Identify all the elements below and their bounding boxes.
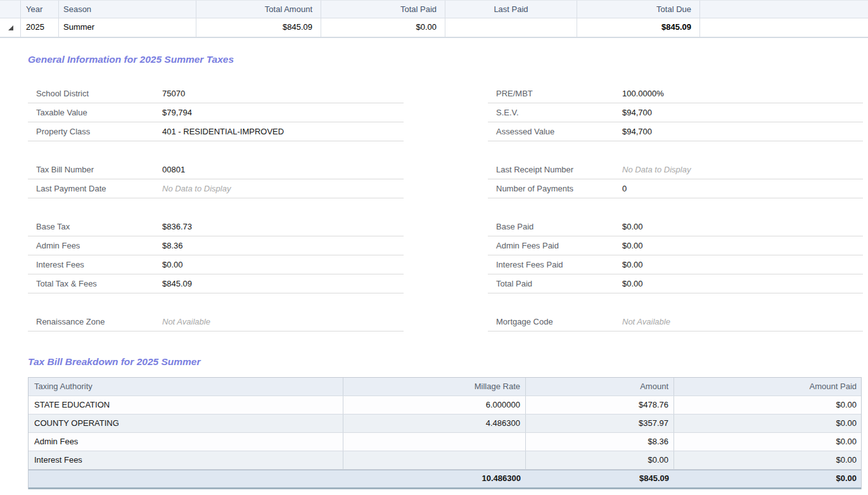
info-group-paid-amounts: Base Paid $0.00 Admin Fees Paid $0.00 In…: [488, 217, 863, 293]
breakdown-row-admin-fees: Admin Fees $8.36 $0.00: [29, 433, 861, 451]
summary-grid-header-row: Year Season Total Amount Total Paid Last…: [0, 1, 868, 18]
breakdown-table: Taxing Authority Millage Rate Amount Amo…: [28, 377, 862, 489]
cell-amount-paid: $0.00: [674, 451, 861, 469]
summary-cell-total-paid: $0.00: [321, 18, 445, 37]
info-value: $0.00: [622, 236, 643, 255]
cell-total-millage-rate: 10.486300: [343, 470, 526, 487]
general-info-title: General Information for 2025 Summer Taxe…: [28, 54, 868, 65]
info-value: 75070: [162, 84, 185, 103]
info-label: Admin Fees: [36, 236, 162, 255]
cell-taxing-authority: STATE EDUCATION: [29, 396, 343, 414]
info-label: School District: [36, 84, 162, 103]
summary-cell-last-paid: [445, 18, 577, 37]
info-value: Not Available: [622, 312, 670, 331]
collapse-row-icon[interactable]: [8, 25, 13, 30]
column-header-millage-rate[interactable]: Millage Rate: [343, 378, 526, 395]
column-header-amount[interactable]: Amount: [526, 378, 674, 395]
info-value: 100.0000%: [622, 84, 664, 103]
info-label: Total Paid: [496, 274, 622, 293]
column-header-total-amount[interactable]: Total Amount: [196, 1, 321, 18]
breakdown-title: Tax Bill Breakdown for 2025 Summer: [28, 356, 868, 368]
info-group-receipts: Last Receipt Number No Data to Display N…: [488, 160, 863, 198]
cell-amount-paid: $0.00: [674, 433, 861, 451]
column-header-season[interactable]: Season: [59, 1, 196, 18]
info-value: $845.09: [162, 274, 192, 293]
info-value: $0.00: [162, 255, 183, 274]
info-value: $94,700: [622, 122, 652, 141]
info-label: Renaissance Zone: [36, 312, 162, 331]
info-label: Property Class: [36, 122, 162, 141]
summary-cell-year: 2025: [21, 18, 59, 37]
info-row-last-payment-date: Last Payment Date No Data to Display: [28, 179, 404, 198]
info-label: Interest Fees: [36, 255, 162, 274]
info-row-tax-bill-number: Tax Bill Number 00801: [28, 160, 404, 179]
info-value: No Data to Display: [622, 160, 691, 179]
info-row-renaissance-zone: Renaissance Zone Not Available: [28, 312, 404, 331]
info-value: $0.00: [622, 217, 643, 236]
summary-cell-expander: [0, 18, 21, 37]
info-label: Base Tax: [36, 217, 162, 236]
info-row-school-district: School District 75070: [28, 84, 404, 103]
cell-total-label: [29, 470, 343, 487]
breakdown-header-row: Taxing Authority Millage Rate Amount Amo…: [29, 378, 861, 396]
summary-cell-season: Summer: [59, 18, 196, 37]
summary-cell-total-due: $845.09: [577, 18, 700, 37]
cell-millage-rate: 4.486300: [343, 415, 526, 432]
info-label: Mortgage Code: [496, 312, 622, 331]
info-value: $0.00: [622, 255, 643, 274]
column-header-total-paid[interactable]: Total Paid: [321, 1, 445, 18]
info-label: Taxable Value: [36, 103, 162, 122]
info-row-property-class: Property Class 401 - RESIDENTIAL-IMPROVE…: [28, 122, 404, 141]
general-info-left-column: School District 75070 Taxable Value $79,…: [28, 84, 404, 331]
info-value: $836.73: [162, 217, 192, 236]
info-row-interest-fees-paid: Interest Fees Paid $0.00: [488, 255, 863, 274]
info-value: No Data to Display: [162, 179, 231, 198]
cell-amount: $357.97: [526, 415, 674, 432]
row-filler-cell: [700, 18, 868, 37]
info-label: Admin Fees Paid: [496, 236, 622, 255]
column-header-last-paid[interactable]: Last Paid: [445, 1, 577, 18]
cell-taxing-authority: Interest Fees: [29, 451, 343, 469]
cell-amount: $0.00: [526, 451, 674, 469]
column-header-taxing-authority[interactable]: Taxing Authority: [29, 378, 343, 395]
info-value: $0.00: [622, 274, 643, 293]
info-group-billing: Tax Bill Number 00801 Last Payment Date …: [28, 160, 404, 198]
info-value: 0: [622, 179, 627, 198]
info-label: PRE/MBT: [496, 84, 622, 103]
expander-column-header: [0, 1, 21, 18]
info-value: $94,700: [622, 103, 652, 122]
info-label: Last Receipt Number: [496, 160, 622, 179]
info-row-mortgage-code: Mortgage Code Not Available: [488, 312, 863, 331]
column-header-total-due[interactable]: Total Due: [577, 1, 700, 18]
general-info-right-column: PRE/MBT 100.0000% S.E.V. $94,700 Assesse…: [488, 84, 863, 331]
info-label: Interest Fees Paid: [496, 255, 622, 274]
cell-amount-paid: $0.00: [674, 396, 861, 414]
cell-total-amount-paid: $0.00: [674, 470, 861, 487]
info-row-taxable-value: Taxable Value $79,794: [28, 103, 404, 122]
column-header-year[interactable]: Year: [21, 1, 59, 18]
info-row-base-tax: Base Tax $836.73: [28, 217, 404, 236]
info-label: Last Payment Date: [36, 179, 162, 198]
summary-cell-total-amount: $845.09: [196, 18, 321, 37]
info-group-property: School District 75070 Taxable Value $79,…: [28, 84, 404, 141]
cell-millage-rate: 6.000000: [343, 396, 526, 414]
info-label: Number of Payments: [496, 179, 622, 198]
info-group-valuation: PRE/MBT 100.0000% S.E.V. $94,700 Assesse…: [488, 84, 863, 141]
header-filler-cell: [700, 1, 868, 18]
column-header-amount-paid[interactable]: Amount Paid: [674, 378, 861, 395]
info-group-tax-amounts: Base Tax $836.73 Admin Fees $8.36 Intere…: [28, 217, 404, 293]
cell-amount: $478.76: [526, 396, 674, 414]
info-group-mortgage: Mortgage Code Not Available: [488, 312, 863, 331]
info-label: S.E.V.: [496, 103, 622, 122]
info-row-total-paid: Total Paid $0.00: [488, 274, 863, 293]
cell-taxing-authority: COUNTY OPERATING: [29, 415, 343, 432]
info-label: Total Tax & Fees: [36, 274, 162, 293]
info-row-admin-fees-paid: Admin Fees Paid $0.00: [488, 236, 863, 255]
info-value: $8.36: [162, 236, 183, 255]
summary-row-2025-summer[interactable]: 2025 Summer $845.09 $0.00 $845.09: [0, 18, 868, 38]
info-label: Tax Bill Number: [36, 160, 162, 179]
info-row-interest-fees: Interest Fees $0.00: [28, 255, 404, 274]
breakdown-row-county-operating: COUNTY OPERATING 4.486300 $357.97 $0.00: [29, 415, 861, 433]
cell-amount: $8.36: [526, 433, 674, 451]
info-group-renaissance: Renaissance Zone Not Available: [28, 312, 404, 331]
